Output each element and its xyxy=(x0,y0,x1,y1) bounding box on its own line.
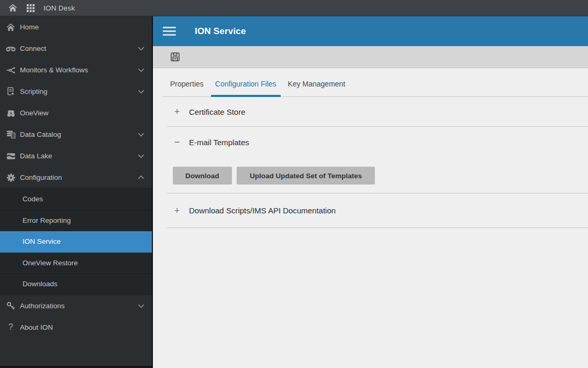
sidebar-item-label: Authorizations xyxy=(20,302,65,310)
ion-desk-app: ION Desk Home Connect xyxy=(0,0,588,368)
app-launcher-button[interactable] xyxy=(23,1,38,15)
page-title: ION Service xyxy=(195,26,246,37)
sidebar-item-downloads[interactable]: Downloads xyxy=(0,274,152,295)
sidebar-item-configuration[interactable]: Configuration xyxy=(0,167,152,188)
tab-key-management[interactable]: Key Management xyxy=(284,80,350,96)
section-certificate-store[interactable]: + Certificate Store xyxy=(167,97,588,127)
home-button[interactable] xyxy=(5,1,20,15)
section-download-scripts[interactable]: + Download Scripts/IMS API Documentation xyxy=(167,193,588,228)
chevron-down-icon xyxy=(137,302,145,310)
upload-templates-button[interactable]: Upload Updated Set of Templates xyxy=(237,167,375,185)
sidebar-item-oneview[interactable]: OneView xyxy=(0,102,152,124)
sidebar-item-data-lake[interactable]: Data Lake xyxy=(0,145,152,167)
chevron-down-icon xyxy=(137,131,145,138)
page-header: ION Service xyxy=(153,16,588,46)
top-bar: ION Desk xyxy=(0,0,588,16)
save-icon xyxy=(170,52,180,62)
sub-item-label: OneView Restore xyxy=(23,259,78,267)
workflows-icon xyxy=(5,66,16,75)
save-button[interactable] xyxy=(168,50,182,64)
sidebar-item-label: About ION xyxy=(20,323,53,331)
sub-item-label: Codes xyxy=(23,195,43,203)
section-title: Certificate Store xyxy=(189,107,246,116)
sidebar-item-label: Data Catalog xyxy=(20,131,61,138)
sidebar-item-label: OneView xyxy=(20,109,49,117)
expand-icon: + xyxy=(173,206,181,215)
scripting-icon xyxy=(5,87,16,96)
question-icon xyxy=(5,322,16,332)
sub-item-label: Downloads xyxy=(23,280,58,288)
sidebar-item-ion-service[interactable]: ION Service xyxy=(0,231,152,253)
sidebar-item-error-reporting[interactable]: Error Reporting xyxy=(0,210,152,232)
chevron-down-icon xyxy=(137,152,145,160)
sidebar-filler xyxy=(0,338,152,366)
gear-icon xyxy=(5,173,16,182)
tab-bar: Properties Configuration Files Key Manag… xyxy=(163,68,588,97)
sidebar-item-connect[interactable]: Connect xyxy=(0,38,152,59)
section-title: Download Scripts/IMS API Documentation xyxy=(189,206,336,215)
accordion: + Certificate Store − E-mail Templates D… xyxy=(167,97,588,228)
main-panel: ION Service Properties xyxy=(153,16,588,368)
sidebar-item-oneview-restore[interactable]: OneView Restore xyxy=(0,253,152,274)
sidebar-item-label: Connect xyxy=(20,45,46,52)
section-email-templates-body: Download Upload Updated Set of Templates xyxy=(167,157,588,193)
section-title: E-mail Templates xyxy=(189,138,249,147)
tab-configuration-files[interactable]: Configuration Files xyxy=(211,80,281,96)
sidebar-item-label: Configuration xyxy=(20,174,62,181)
connect-icon xyxy=(5,44,16,53)
menu-toggle-button[interactable] xyxy=(163,21,184,42)
chevron-down-icon xyxy=(137,45,145,52)
sidebar-item-label: Home xyxy=(20,23,39,31)
content-area: Properties Configuration Files Key Manag… xyxy=(153,68,588,368)
sub-item-label: ION Service xyxy=(23,237,61,245)
chevron-down-icon xyxy=(137,88,145,95)
toolbar xyxy=(153,46,588,68)
chevron-down-icon xyxy=(137,66,145,74)
configuration-submenu: Codes Error Reporting ION Service OneVie… xyxy=(0,188,152,295)
sidebar-item-label: Monitors & Workflows xyxy=(20,66,88,74)
sidebar-bottom-strip xyxy=(0,366,152,368)
data-catalog-icon xyxy=(5,130,16,139)
download-button[interactable]: Download xyxy=(173,167,232,185)
sidebar-item-label: Data Lake xyxy=(20,152,52,160)
section-email-templates: − E-mail Templates Download Upload Updat… xyxy=(167,127,588,193)
sub-item-label: Error Reporting xyxy=(23,217,71,224)
app-grid-icon xyxy=(27,4,35,12)
collapse-icon: − xyxy=(173,137,181,147)
home-icon xyxy=(5,23,16,32)
expand-icon: + xyxy=(173,107,181,116)
sidebar-item-about-ion[interactable]: About ION xyxy=(0,317,152,338)
sidebar-item-codes[interactable]: Codes xyxy=(0,189,152,210)
sidebar-item-monitors-workflows[interactable]: Monitors & Workflows xyxy=(0,59,152,81)
section-email-templates-header[interactable]: − E-mail Templates xyxy=(167,127,588,157)
sidebar: Home Connect xyxy=(0,16,153,368)
app-title: ION Desk xyxy=(43,4,75,12)
chevron-up-icon xyxy=(137,174,145,181)
binoculars-icon xyxy=(5,109,16,118)
key-icon xyxy=(5,301,16,310)
sidebar-item-label: Scripting xyxy=(20,88,48,95)
home-icon xyxy=(8,4,17,12)
sidebar-item-scripting[interactable]: Scripting xyxy=(0,81,152,102)
data-lake-icon xyxy=(5,151,16,161)
sidebar-item-authorizations[interactable]: Authorizations xyxy=(0,295,152,317)
tab-properties[interactable]: Properties xyxy=(166,80,208,96)
sidebar-item-home[interactable]: Home xyxy=(0,16,152,38)
sidebar-item-data-catalog[interactable]: Data Catalog xyxy=(0,124,152,145)
